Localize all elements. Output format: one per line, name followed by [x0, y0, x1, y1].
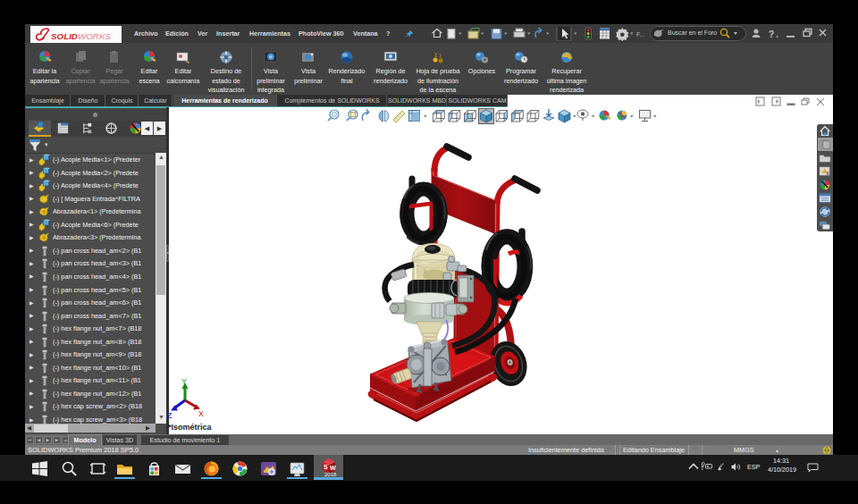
- svg-text:Y: Y: [181, 377, 187, 386]
- svg-text:F...: F...: [636, 31, 644, 38]
- svg-text:Z: Z: [167, 411, 172, 420]
- svg-text:SOLID: SOLID: [51, 31, 78, 41]
- svg-text:?: ?: [769, 29, 774, 39]
- svg-text:WORKS: WORKS: [78, 31, 111, 41]
- svg-text:S: S: [324, 464, 328, 470]
- svg-text:W: W: [330, 465, 336, 471]
- svg-text:X: X: [198, 409, 204, 418]
